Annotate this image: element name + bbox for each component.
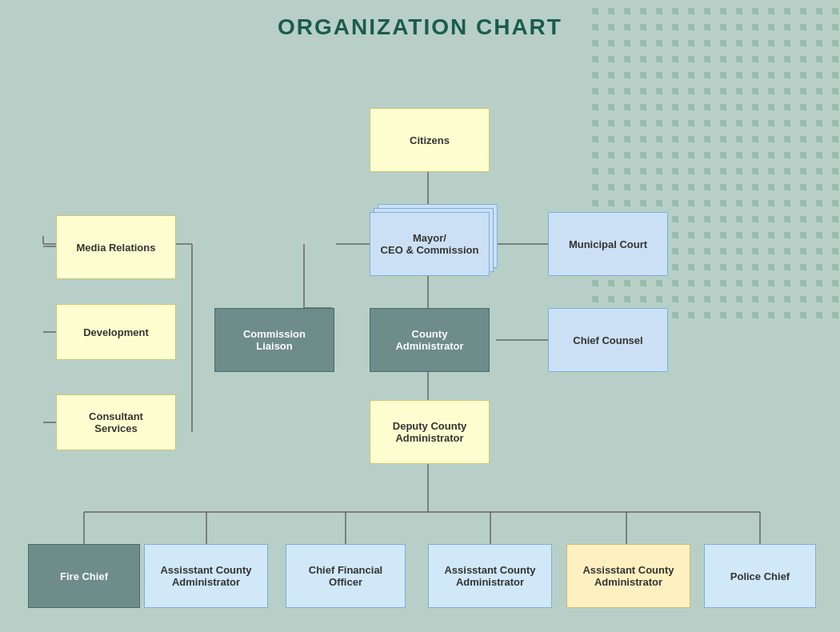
police-chief-node: Police Chief xyxy=(704,544,816,608)
mayor-node: Mayor/CEO & Commission xyxy=(370,212,490,276)
media-relations-label: Media Relations xyxy=(77,242,156,254)
development-label: Development xyxy=(83,326,149,338)
consultant-services-label: ConsultantServices xyxy=(89,410,143,434)
commission-liaison-label: CommissionLiaison xyxy=(243,328,306,352)
police-chief-label: Police Chief xyxy=(730,570,790,582)
fire-chief-node: Fire Chief xyxy=(28,544,140,608)
municipal-court-node: Municipal Court xyxy=(548,212,668,276)
citizens-label: Citizens xyxy=(410,134,450,146)
chief-financial-officer-node: Chief FinancialOfficer xyxy=(286,544,406,608)
deputy-county-admin-label: Deputy CountyAdministrator xyxy=(393,420,466,444)
asst-admin-1-node: Assisstant CountyAdministrator xyxy=(144,544,268,608)
mayor-label: Mayor/CEO & Commission xyxy=(381,232,479,256)
citizens-node: Citizens xyxy=(370,108,490,172)
consultant-services-node: ConsultantServices xyxy=(56,394,176,450)
asst-admin-2-node: Assisstant CountyAdministrator xyxy=(428,544,552,608)
chief-counsel-label: Chief Counsel xyxy=(573,334,642,346)
asst-admin-3-label: Assisstant CountyAdministrator xyxy=(582,564,674,588)
fire-chief-label: Fire Chief xyxy=(60,570,108,582)
development-node: Development xyxy=(56,304,176,360)
county-administrator-label: CountyAdministrator xyxy=(395,328,463,352)
media-relations-node: Media Relations xyxy=(56,215,176,279)
commission-liaison-node: CommissionLiaison xyxy=(214,308,334,372)
municipal-court-label: Municipal Court xyxy=(569,238,647,250)
chief-financial-officer-label: Chief FinancialOfficer xyxy=(309,564,382,588)
asst-admin-1-label: Assisstant CountyAdministrator xyxy=(160,564,251,588)
asst-admin-3-node: Assisstant CountyAdministrator xyxy=(566,544,690,608)
asst-admin-2-label: Assisstant CountyAdministrator xyxy=(444,564,535,588)
page-title: ORGANIZATION CHART xyxy=(0,0,840,40)
deputy-county-admin-node: Deputy CountyAdministrator xyxy=(370,400,490,464)
county-administrator-node: CountyAdministrator xyxy=(370,308,490,372)
chief-counsel-node: Chief Counsel xyxy=(548,308,668,372)
